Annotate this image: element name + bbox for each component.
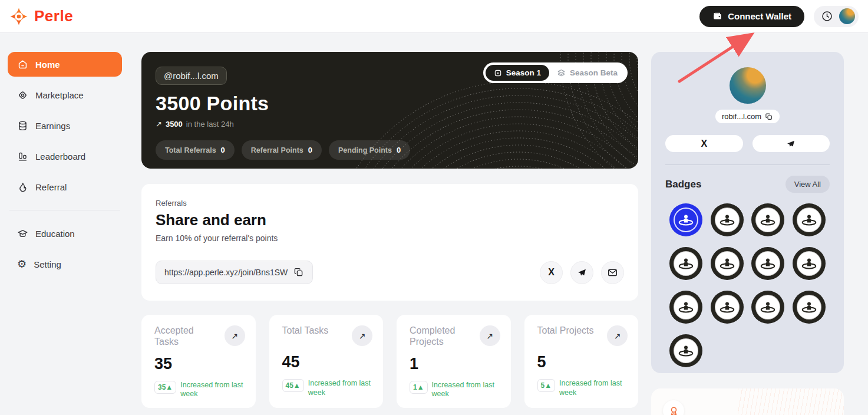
- badge-researcher[interactable]: [711, 203, 744, 236]
- badge-marathoner[interactable]: [793, 247, 826, 280]
- metric-pending-points: Pending Points 0: [329, 140, 410, 160]
- badge-figure-icon: [677, 342, 695, 360]
- copy-icon: [765, 113, 773, 121]
- clock-icon[interactable]: [821, 10, 833, 22]
- education-icon: [17, 228, 28, 239]
- referrals-card: Referrals Share and earn Earn 10% of you…: [141, 184, 638, 301]
- right-column: robif...l.com X Badges View All: [651, 33, 844, 415]
- flame-icon: [17, 182, 28, 193]
- share-email-button[interactable]: [601, 261, 624, 284]
- sidebar-label-home: Home: [35, 60, 60, 70]
- badge-speed-demon[interactable]: [751, 247, 784, 280]
- arrow-up-right-icon: ↗: [231, 331, 238, 341]
- brand-logo[interactable]: Perle: [9, 7, 73, 26]
- home-icon: [17, 59, 28, 70]
- stat-note: Increased from last week: [308, 379, 372, 397]
- badge-figure-icon: [677, 298, 695, 316]
- badge-combo-master-3[interactable]: [669, 334, 702, 367]
- badges-grid: [665, 203, 830, 367]
- badges-title: Badges: [665, 179, 701, 190]
- sidebar-label-education: Education: [35, 229, 75, 239]
- stat-title: Accepted Tasks: [154, 325, 218, 348]
- stat-card-total-tasks: Total Tasks ↗ 45 45▲ Increased from last…: [269, 315, 384, 408]
- x-icon: X: [548, 267, 555, 278]
- stat-delta-value: 1: [413, 383, 417, 391]
- metric-value: 0: [221, 146, 225, 154]
- email-icon: [607, 267, 618, 278]
- badge-combo-master-1[interactable]: [751, 291, 784, 324]
- leaderboard-icon: [17, 151, 28, 162]
- triangle-up-icon: ▲: [417, 383, 424, 391]
- profile-telegram-button[interactable]: [753, 135, 830, 152]
- panel-divider: [665, 164, 830, 165]
- badge-novice[interactable]: [669, 203, 702, 236]
- stat-card-total-projects: Total Projects ↗ 5 5▲ Increased from las…: [524, 315, 639, 408]
- sidebar-item-setting[interactable]: ⚙ Setting: [8, 252, 122, 276]
- badge-figure-icon: [718, 298, 736, 316]
- stat-title: Total Tasks: [282, 325, 329, 337]
- sidebar-item-leaderboard[interactable]: Leaderboard: [8, 144, 122, 169]
- stat-delta-chip: 1▲: [410, 381, 428, 394]
- share-buttons: X: [540, 261, 624, 284]
- sidebar-label-referral: Referral: [35, 182, 67, 192]
- profile-x-button[interactable]: X: [665, 135, 743, 152]
- badge-figure-icon: [800, 298, 818, 316]
- season-beta-tab[interactable]: Season Beta: [549, 65, 625, 81]
- stat-delta-value: 35: [158, 383, 166, 391]
- connect-wallet-label: Connect Wallet: [728, 11, 791, 21]
- stat-title: Total Projects: [537, 325, 594, 337]
- referral-link-copy[interactable]: https://app.perle.xyz/join/Bns1SW: [156, 261, 313, 284]
- view-all-badges-button[interactable]: View All: [786, 176, 830, 193]
- copy-icon: [293, 267, 304, 278]
- sidebar: Home Marketplace Earnings Leaderboard: [0, 33, 130, 282]
- badge-figure-icon: [718, 211, 736, 229]
- badge-scholar[interactable]: [751, 203, 784, 236]
- season-1-tab[interactable]: Season 1: [486, 65, 549, 81]
- x-icon: X: [701, 139, 707, 149]
- open-stat-button[interactable]: ↗: [352, 325, 372, 346]
- sidebar-item-marketplace[interactable]: Marketplace: [8, 83, 122, 107]
- share-telegram-button[interactable]: [570, 261, 593, 284]
- badge-trailblazer[interactable]: [711, 247, 744, 280]
- gear-icon: ⚙: [17, 259, 27, 269]
- triangle-up-icon: ▲: [544, 381, 552, 390]
- points-delta-value: 3500: [166, 120, 183, 129]
- arrow-up-right-icon: ↗: [614, 331, 621, 341]
- sidebar-item-earnings[interactable]: Earnings: [8, 113, 122, 138]
- badge-bug-hunter[interactable]: [669, 291, 702, 324]
- stat-delta-chip: 5▲: [537, 379, 556, 392]
- badge-figure-icon: [677, 211, 695, 229]
- points-delta: ↗ 3500 in the last 24h: [156, 120, 624, 129]
- badge-combo-master-2[interactable]: [793, 291, 826, 324]
- badge-figure-icon: [800, 255, 818, 272]
- header-avatar[interactable]: [839, 8, 855, 24]
- sidebar-label-leaderboard: Leaderboard: [35, 151, 85, 162]
- stat-note: Increased from last week: [559, 379, 628, 397]
- stat-note: Increased from last week: [180, 381, 245, 399]
- sidebar-item-education[interactable]: Education: [8, 221, 122, 246]
- share-x-button[interactable]: X: [540, 261, 563, 284]
- marketplace-icon: [17, 90, 28, 101]
- sidebar-item-home[interactable]: Home: [8, 52, 122, 77]
- badge-mastermind[interactable]: [669, 247, 702, 280]
- profile-username-copy[interactable]: robif...l.com: [715, 110, 780, 123]
- referrals-subtitle: Earn 10% of your referral's points: [156, 233, 624, 243]
- brand-name: Perle: [34, 7, 73, 25]
- trend-up-icon: ↗: [156, 120, 162, 129]
- triangle-up-icon: ▲: [293, 381, 301, 390]
- sidebar-item-referral[interactable]: Referral: [8, 174, 122, 199]
- stat-title: Completed Projects: [410, 325, 473, 348]
- open-stat-button[interactable]: ↗: [225, 325, 245, 346]
- badge-figure-icon: [718, 255, 736, 272]
- badge-professor[interactable]: [793, 203, 826, 236]
- sidebar-divider: [9, 210, 120, 210]
- connect-wallet-button[interactable]: Connect Wallet: [699, 6, 804, 27]
- medal-icon: [668, 406, 679, 415]
- open-stat-button[interactable]: ↗: [607, 325, 628, 346]
- layers-icon: [557, 68, 566, 77]
- stat-card-accepted-tasks: Accepted Tasks ↗ 35 35▲ Increased from l…: [141, 315, 256, 408]
- badge-accuracy-guardian[interactable]: [711, 291, 744, 324]
- stat-delta-chip: 35▲: [154, 381, 176, 394]
- open-stat-button[interactable]: ↗: [480, 325, 500, 346]
- referral-link-url: https://app.perle.xyz/join/Bns1SW: [164, 268, 288, 277]
